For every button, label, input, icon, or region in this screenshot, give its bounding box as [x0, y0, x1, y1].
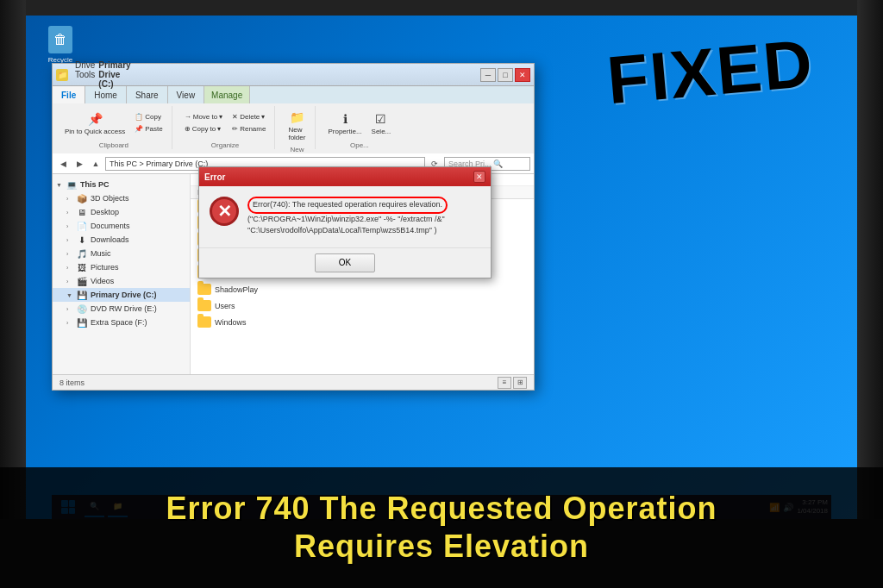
- tab-home[interactable]: Home: [85, 86, 127, 103]
- music-icon: 🎵: [76, 248, 88, 259]
- laptop-frame: 🗑 Recycle Bin FIXED 📁 Drive Tools Primar…: [0, 0, 883, 588]
- delete-icon: ✕: [232, 113, 238, 121]
- nav-item-extra-space[interactable]: › 💾 Extra Space (F:): [53, 316, 190, 329]
- nav-item-music[interactable]: › 🎵 Music: [53, 247, 190, 260]
- file-item-shadowplay[interactable]: ShadowPlay: [191, 281, 534, 297]
- error-message: Error(740): The requested operation requ…: [247, 197, 448, 237]
- file-name: ShadowPlay: [215, 285, 258, 294]
- open-group-content: ℹ Propertie... ☑ Sele...: [324, 106, 394, 140]
- downloads-icon: ⬇: [76, 235, 88, 245]
- organize-label: Organize: [211, 141, 239, 149]
- primary-drive-icon: 💾: [76, 290, 88, 300]
- nav-item-videos[interactable]: › 🎬 Videos: [53, 274, 190, 288]
- up-button[interactable]: ▲: [89, 157, 103, 171]
- this-pc-label: This PC: [80, 180, 110, 189]
- paste-icon: 📌: [135, 125, 143, 133]
- videos-icon: 🎬: [76, 276, 88, 286]
- file-name: Windows: [215, 318, 247, 327]
- title-bar-icon: 📁: [56, 69, 68, 81]
- copy-paste-group: 📋 Copy 📌 Paste: [131, 111, 166, 134]
- minimize-button[interactable]: ─: [480, 68, 496, 82]
- rename-button[interactable]: ✏ Rename: [229, 123, 269, 134]
- top-bezel: [0, 0, 883, 16]
- properties-label: Propertie...: [328, 128, 361, 135]
- move-to-button[interactable]: → Move to ▾: [181, 111, 226, 122]
- recycle-bin-visual: 🗑: [48, 26, 72, 53]
- nav-item-pictures[interactable]: › 🖼 Pictures: [53, 260, 190, 274]
- back-button[interactable]: ◀: [56, 157, 70, 171]
- new-group-content: 📁 Newfolder: [284, 106, 310, 144]
- delete-rename-group: ✕ Delete ▾ ✏ Rename: [229, 111, 269, 134]
- title-bar: 📁 Drive Tools Primary Drive (C:) ─ □ ✕: [53, 64, 534, 86]
- primary-drive-label: Primary Drive (C:): [91, 291, 157, 299]
- nav-item-dvd-drive[interactable]: › 💿 DVD RW Drive (E:): [53, 302, 190, 316]
- 3d-objects-icon: 📦: [76, 193, 88, 203]
- select-icon: ☑: [372, 110, 391, 128]
- this-pc-icon: 💻: [66, 179, 78, 190]
- properties-icon: ℹ: [335, 110, 354, 128]
- tab-file[interactable]: File: [53, 86, 85, 103]
- move-arrow: ▾: [219, 113, 222, 121]
- expand-arrow: ›: [66, 196, 73, 202]
- ribbon-body: 📌 Pin to Quick access 📋 Copy 📌 Paste: [53, 103, 534, 153]
- error-dialog: Error ✕ ✕ Error(740): The requested oper…: [198, 166, 492, 278]
- folder-icon: [197, 316, 211, 328]
- nav-item-3d-objects[interactable]: › 📦 3D Objects: [53, 191, 190, 205]
- pin-icon: 📌: [85, 110, 104, 128]
- file-name: Users: [215, 302, 235, 310]
- expand-arrow: ›: [66, 237, 73, 243]
- expand-arrow: ›: [66, 251, 73, 257]
- dvd-icon: 💿: [76, 303, 88, 314]
- new-label: New: [290, 146, 304, 153]
- delete-button[interactable]: ✕ Delete ▾: [229, 111, 269, 122]
- paste-button[interactable]: 📌 Paste: [131, 123, 166, 134]
- dialog-body: ✕ Error(740): The requested operation re…: [199, 186, 491, 247]
- icon-view-button[interactable]: ⊞: [513, 377, 527, 389]
- expand-arrow: ›: [66, 306, 73, 312]
- view-buttons: ≡ ⊞: [498, 377, 527, 389]
- nav-item-primary-drive[interactable]: ▼ 💾 Primary Drive (C:): [53, 288, 190, 302]
- tab-manage[interactable]: Manage: [204, 86, 250, 103]
- expand-arrow: ›: [66, 223, 73, 229]
- folder-icon: [197, 300, 211, 311]
- tab-share[interactable]: Share: [127, 86, 168, 103]
- status-bar: 8 items ≡ ⊞: [53, 374, 534, 390]
- tab-view[interactable]: View: [168, 86, 205, 103]
- desktop-icon: 🖥: [76, 207, 88, 217]
- extra-space-label: Extra Space (F:): [91, 318, 147, 327]
- file-item-users[interactable]: Users: [191, 297, 534, 314]
- error-message-line2: ("C:\PROGRA~1\WinZip\winzip32.exe" -%- "…: [247, 215, 445, 223]
- select-button[interactable]: ☑ Sele...: [368, 108, 395, 138]
- close-button[interactable]: ✕: [515, 68, 530, 82]
- copy-to-arrow: ▾: [217, 125, 221, 133]
- file-item-windows[interactable]: Windows: [191, 314, 534, 330]
- nav-item-desktop[interactable]: › 🖥 Desktop: [53, 205, 190, 219]
- nav-item-this-pc[interactable]: ▼ 💻 This PC: [53, 178, 190, 191]
- title-bar-title: Primary Drive (C:): [98, 60, 130, 89]
- maximize-button[interactable]: □: [498, 68, 513, 82]
- dialog-title-bar: Error ✕: [199, 167, 491, 186]
- ribbon-tab-row: File Home Share View Manage: [53, 86, 534, 103]
- error-icon: ✕: [210, 197, 239, 226]
- properties-button[interactable]: ℹ Propertie...: [324, 108, 365, 138]
- ok-button[interactable]: OK: [315, 253, 375, 272]
- new-folder-icon: 📁: [287, 109, 306, 126]
- nav-item-downloads[interactable]: › ⬇ Downloads: [53, 233, 190, 247]
- forward-button[interactable]: ▶: [72, 157, 86, 171]
- bottom-overlay: Error 740 The Requested Operation Requir…: [0, 467, 883, 588]
- nav-item-documents[interactable]: › 📄 Documents: [53, 219, 190, 233]
- videos-label: Videos: [91, 277, 114, 285]
- copy-to-button[interactable]: ⊕ Copy to ▾: [181, 123, 226, 134]
- dialog-close-button[interactable]: ✕: [473, 171, 485, 183]
- expand-arrow: ›: [66, 210, 73, 216]
- 3d-objects-label: 3D Objects: [91, 194, 129, 203]
- new-folder-button[interactable]: 📁 Newfolder: [284, 106, 310, 144]
- expand-arrow: ▼: [56, 182, 63, 188]
- detail-view-button[interactable]: ≡: [498, 377, 511, 389]
- documents-icon: 📄: [76, 221, 88, 231]
- drive-tools-badge: Drive Tools: [72, 60, 98, 89]
- select-label: Sele...: [372, 128, 391, 135]
- dialog-footer: OK: [199, 247, 491, 278]
- copy-button[interactable]: 📋 Copy: [131, 111, 166, 122]
- pin-to-quick-button[interactable]: 📌 Pin to Quick access: [61, 108, 128, 139]
